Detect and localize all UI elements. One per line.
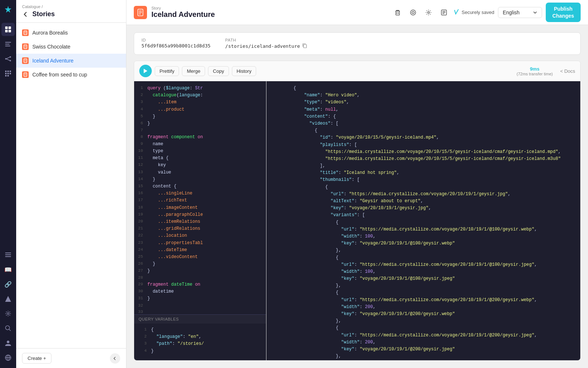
story-name-heading: Iceland Adventure <box>151 10 387 19</box>
shapes-nav-icon[interactable] <box>1 292 15 306</box>
grid-nav-icon[interactable] <box>1 67 15 80</box>
code-line: 9 name <box>134 141 266 148</box>
svg-rect-19 <box>7 75 9 76</box>
query-editor: 1query ($language: Str 2 catalogue(langu… <box>134 81 266 360</box>
query-variables-label: QUERY VARIABLES <box>134 314 266 324</box>
search-nav-icon[interactable] <box>1 322 15 335</box>
publish-button[interactable]: PublishChanges <box>546 3 581 22</box>
code-line: 28 <box>134 275 266 281</box>
code-line: 7 <box>134 127 266 134</box>
code-line: 23 ...propertiesTabl <box>134 240 266 247</box>
story-icon <box>22 43 29 50</box>
svg-rect-5 <box>5 44 10 44</box>
svg-rect-17 <box>10 73 11 74</box>
code-line: 5 } <box>134 113 266 120</box>
svg-rect-40 <box>24 73 27 76</box>
svg-rect-57 <box>304 44 306 48</box>
timing-transfer: (72ms transfer time) <box>517 72 553 76</box>
preview-button[interactable] <box>407 7 419 18</box>
story-item-aurora-borealis[interactable]: Aurora Borealis <box>16 26 126 40</box>
id-label: ID <box>141 38 211 42</box>
prettify-button[interactable]: Prettify <box>155 66 179 76</box>
query-variables-area[interactable]: 1{ 2 "language": "en", 3 "path": "/stori… <box>134 324 266 360</box>
svg-rect-0 <box>5 26 8 29</box>
run-query-button[interactable] <box>139 65 152 77</box>
story-item-coffee[interactable]: Coffee from seed to cup <box>16 68 126 82</box>
response-area[interactable]: { "name": "Hero video", "type": "videos"… <box>266 81 580 360</box>
sidebar-title: Stories <box>32 10 55 18</box>
code-line: 6} <box>134 120 266 127</box>
saved-status: Securely saved <box>453 9 494 16</box>
globe-nav-icon[interactable] <box>1 351 15 364</box>
svg-line-11 <box>7 59 10 61</box>
topbar-story-info: Story Iceland Adventure <box>151 6 387 19</box>
svg-rect-37 <box>24 59 27 62</box>
code-line: 29fragment dateTime on <box>134 281 266 288</box>
path-label: Path <box>225 38 308 42</box>
code-line: 32 <box>134 303 266 309</box>
story-item-swiss-chocolate[interactable]: Swiss Chocolate <box>16 40 126 54</box>
svg-point-25 <box>6 326 10 330</box>
svg-rect-1 <box>8 26 11 29</box>
svg-rect-47 <box>396 11 399 15</box>
copy-path-icon[interactable] <box>302 43 307 49</box>
code-line: 1{ <box>138 326 262 333</box>
code-line: 4 ...product <box>134 106 266 113</box>
saved-text: Securely saved <box>462 10 494 15</box>
content-nav-icon[interactable] <box>1 37 15 51</box>
icon-bar: 📖 🔗 <box>0 0 16 368</box>
breadcrumb: Catalogue / <box>22 4 120 9</box>
link-nav-icon[interactable]: 🔗 <box>1 278 15 291</box>
create-button[interactable]: Create + <box>22 353 51 364</box>
back-button[interactable] <box>22 11 29 18</box>
list-nav-icon[interactable] <box>1 248 15 261</box>
svg-point-52 <box>427 11 429 13</box>
svg-line-26 <box>9 329 11 331</box>
svg-point-51 <box>412 11 414 14</box>
saved-icon <box>453 9 459 16</box>
timing-info: 9ms (72ms transfer time) <box>517 66 553 76</box>
story-type-label: Story <box>151 6 387 10</box>
story-item-iceland-adventure[interactable]: Iceland Adventure <box>16 54 126 68</box>
collapse-sidebar-button[interactable] <box>110 353 120 364</box>
copy-button[interactable]: Copy <box>208 66 229 76</box>
story-icon <box>22 71 29 78</box>
story-label: Coffee from seed to cup <box>32 72 87 78</box>
merge-button[interactable]: Merge <box>182 66 205 76</box>
catalogue-nav-icon[interactable] <box>1 23 15 36</box>
svg-rect-6 <box>5 46 10 46</box>
svg-point-24 <box>7 313 9 315</box>
language-selector[interactable]: English <box>498 7 542 18</box>
relations-nav-icon[interactable] <box>1 52 15 65</box>
sidebar-footer: Create + <box>16 348 126 368</box>
delete-button[interactable] <box>392 7 404 18</box>
user-nav-icon[interactable] <box>1 336 15 350</box>
settings-content-button[interactable] <box>423 7 434 18</box>
story-icon <box>22 29 29 36</box>
history-topbar-button[interactable] <box>438 7 450 18</box>
svg-rect-2 <box>5 30 8 32</box>
svg-rect-3 <box>8 30 11 32</box>
code-line: 22 ...location <box>134 232 266 239</box>
code-line: 14 } <box>134 176 266 183</box>
history-button[interactable]: History <box>232 66 256 76</box>
docs-link[interactable]: < Docs <box>560 68 575 74</box>
code-line: 15 content { <box>134 183 266 190</box>
story-icon <box>22 57 29 64</box>
code-line: 33 <box>134 309 266 314</box>
svg-point-50 <box>410 10 416 15</box>
code-line: 4} <box>138 348 262 355</box>
book-nav-icon[interactable]: 📖 <box>1 263 15 276</box>
svg-point-8 <box>10 56 11 58</box>
settings-nav-icon[interactable] <box>1 307 15 320</box>
code-line: 20 ...itemRelations <box>134 218 266 225</box>
code-editor-area[interactable]: 1query ($language: Str 2 catalogue(langu… <box>134 81 266 314</box>
svg-rect-15 <box>5 73 7 74</box>
svg-point-7 <box>5 58 7 60</box>
code-line: 3 ...item <box>134 99 266 106</box>
code-line: 31} <box>134 295 266 302</box>
id-value-row: 5f6d9f865a99b8001c1d8d35 <box>141 43 211 49</box>
timing-ms: 9ms <box>517 66 553 72</box>
topbar: Story Iceland Adventure <box>126 0 588 25</box>
path-value-row: /stories/iceland-adventure <box>225 43 308 49</box>
